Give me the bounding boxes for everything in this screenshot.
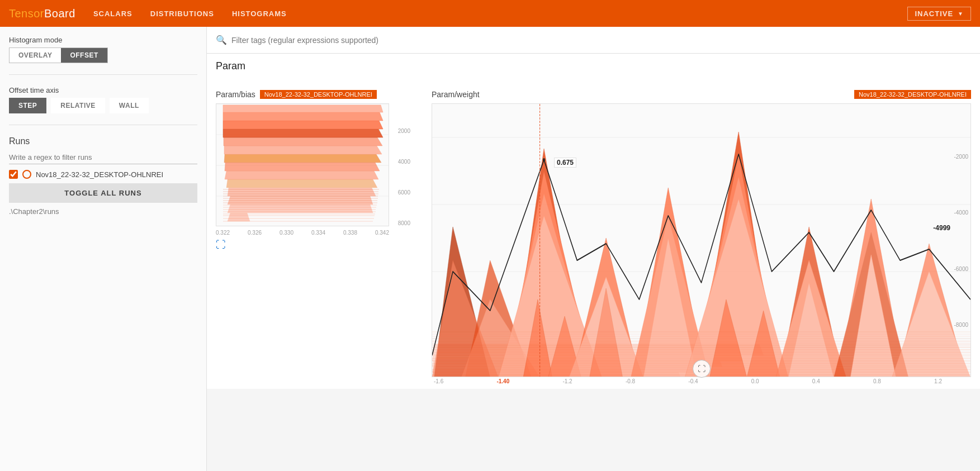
weight-y-3: -8000 — [954, 322, 968, 328]
search-icon: 🔍 — [216, 35, 227, 45]
bias-chart-svg — [216, 104, 389, 226]
run-name-label: Nov18_22-32-32_DESKTOP-OHLNREI — [36, 170, 163, 179]
svg-marker-8 — [228, 188, 376, 196]
bias-x-5: 0.342 — [375, 230, 389, 236]
weight-chart-wrapper: Param/weight Nov18_22-32-32_DESKTOP-OHLN… — [432, 90, 971, 384]
run-checkbox[interactable] — [9, 170, 18, 179]
svg-marker-7 — [228, 196, 373, 204]
weight-chart-svg — [432, 104, 970, 377]
weight-x-0: -1.6 — [434, 378, 443, 384]
histogram-mode-label: Histogram mode — [9, 36, 197, 44]
weight-x-5: 0.0 — [751, 378, 759, 384]
hover-value-label: 0.675 — [554, 158, 576, 168]
weight-expand-icon[interactable]: ⛶ — [693, 360, 711, 378]
weight-chart-header: Param/weight Nov18_22-32-32_DESKTOP-OHLN… — [432, 90, 971, 99]
run-color-dot — [22, 170, 31, 179]
svg-point-121 — [543, 158, 545, 161]
top-nav: TensorBoard SCALARS DISTRIBUTIONS HISTOG… — [0, 0, 980, 27]
svg-marker-15 — [223, 129, 383, 137]
dropdown-arrow-icon: ▼ — [958, 11, 964, 17]
weight-x-6: 0.4 — [812, 378, 820, 384]
bias-chart-header: Param/bias Nov18_22-32-32_DESKTOP-OHLNRE… — [216, 90, 423, 99]
weight-chart-area: 0.675 -4999 -2000 -4000 -6000 -8000 — [432, 103, 971, 377]
bias-x-4: 0.338 — [343, 230, 357, 236]
weight-x-7: 0.8 — [873, 378, 881, 384]
bias-chart-area — [216, 103, 389, 226]
svg-marker-9 — [226, 179, 377, 188]
nav-distributions[interactable]: DISTRIBUTIONS — [150, 7, 214, 20]
weight-y-1: -4000 — [954, 210, 968, 216]
bias-chart-tag: Nov18_22-32-32_DESKTOP-OHLNREI — [260, 90, 377, 99]
bias-y-label-2: 2000 — [398, 128, 410, 134]
mode-buttons: OVERLAY OFFSET — [9, 47, 108, 63]
svg-marker-12 — [224, 154, 381, 163]
status-dropdown[interactable]: INACTIVE ▼ — [907, 7, 971, 21]
param-section-title: Param — [216, 60, 971, 72]
wall-button[interactable]: WALL — [110, 98, 149, 113]
status-label: INACTIVE — [915, 9, 953, 18]
bias-y-label-3: 4000 — [398, 159, 410, 165]
bias-x-1: 0.326 — [248, 230, 262, 236]
svg-marker-16 — [223, 121, 383, 129]
axis-buttons: STEP RELATIVE WALL — [9, 98, 197, 113]
relative-button[interactable]: RELATIVE — [51, 98, 105, 113]
nav-scalars[interactable]: SCALARS — [93, 7, 132, 20]
weight-chart-title: Param/weight — [432, 90, 480, 99]
weight-y-0: -2000 — [954, 154, 968, 160]
bias-y-axis: 2000 4000 6000 8000 — [398, 103, 410, 226]
bias-y-label-5: 8000 — [398, 220, 410, 226]
main-content: 🔍 Param Param/bias Nov18_22-32-32_DESKTO… — [207, 27, 980, 471]
svg-marker-13 — [224, 146, 382, 154]
nav-histograms[interactable]: HISTOGRAMS — [232, 7, 287, 20]
toggle-all-runs-button[interactable]: TOGGLE ALL RUNS — [9, 183, 197, 203]
bias-x-axis: 0.322 0.326 0.330 0.334 0.338 0.342 — [216, 230, 389, 236]
weight-x-4: -0.4 — [688, 378, 698, 384]
bias-chart-title: Param/bias — [216, 90, 255, 99]
weight-x-2: -1.2 — [562, 378, 572, 384]
bias-y-label-4: 6000 — [398, 189, 410, 196]
offset-time-label: Offset time axis — [9, 86, 197, 94]
weight-y-2: -6000 — [954, 266, 968, 272]
weight-y-axis: -2000 -4000 -6000 -8000 — [954, 104, 968, 377]
svg-marker-10 — [225, 171, 378, 179]
charts-row: Param/bias Nov18_22-32-32_DESKTOP-OHLNRE… — [207, 85, 980, 389]
offset-button[interactable]: OFFSET — [61, 48, 107, 63]
sidebar: Histogram mode OVERLAY OFFSET Offset tim… — [0, 27, 207, 471]
runs-label: Runs — [9, 136, 197, 146]
bias-expand-icon[interactable]: ⛶ — [216, 239, 226, 251]
step-button[interactable]: STEP — [9, 98, 46, 113]
bias-chart-container: Param/bias Nov18_22-32-32_DESKTOP-OHLNRE… — [216, 90, 423, 246]
weight-x-3: -0.8 — [626, 378, 635, 384]
weight-x-1: -1.40 — [496, 378, 509, 384]
brand-logo: TensorBoard — [9, 7, 75, 20]
weight-chart-tag: Nov18_22-32-32_DESKTOP-OHLNREI — [854, 90, 971, 99]
bias-x-3: 0.334 — [311, 230, 325, 236]
step-value-label: -4999 — [933, 224, 950, 232]
bias-x-0: 0.322 — [216, 230, 230, 236]
regex-filter-input[interactable] — [9, 151, 197, 164]
svg-marker-11 — [225, 163, 380, 171]
svg-marker-14 — [224, 137, 382, 146]
svg-marker-18 — [223, 105, 383, 112]
runs-directory: .\Chapter2\runs — [9, 207, 197, 216]
weight-x-axis: -1.6 -1.40 -1.2 -0.8 -0.4 0.0 0.4 0.8 1.… — [432, 378, 944, 384]
tag-filter-input[interactable] — [231, 36, 971, 45]
svg-marker-17 — [223, 112, 383, 121]
overlay-button[interactable]: OVERLAY — [10, 48, 61, 63]
run-item: Nov18_22-32-32_DESKTOP-OHLNREI — [9, 170, 197, 179]
bias-x-2: 0.330 — [280, 230, 293, 236]
param-section: Param — [207, 54, 980, 85]
search-bar: 🔍 — [207, 27, 980, 54]
weight-x-8: 1.2 — [934, 378, 942, 384]
